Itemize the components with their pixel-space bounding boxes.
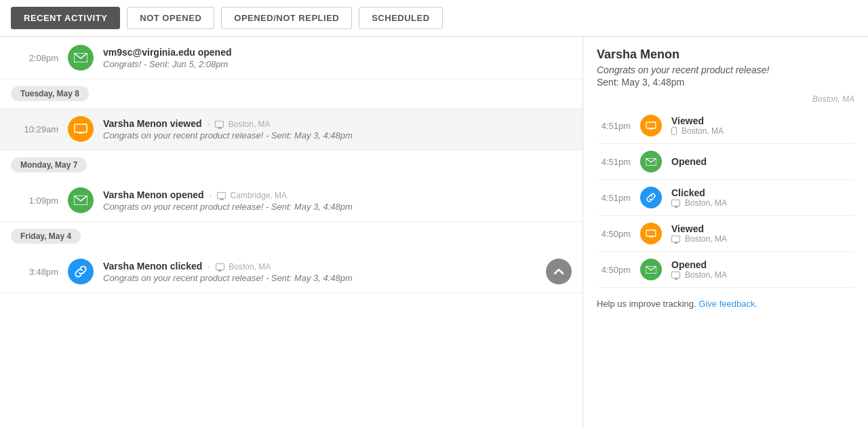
link-icon <box>68 259 94 284</box>
main-content: 2:08pm vm9sc@virginia.edu opened Congrat… <box>0 37 868 427</box>
detail-time: 4:50pm <box>597 265 631 275</box>
svg-rect-1 <box>75 124 87 132</box>
tab-recent-activity[interactable]: RECENT ACTIVITY <box>11 7 120 29</box>
activity-time: 10:29am <box>11 124 58 134</box>
activity-subtitle: Congrats! - Sent: Jun 5, 2:08pm <box>103 59 572 69</box>
envelope-icon <box>640 259 662 280</box>
activity-title: Varsha Menon opened · Cambridge, MA <box>103 189 572 200</box>
detail-location: Boston, MA <box>671 270 854 280</box>
detail-action: Opened <box>671 156 854 167</box>
activity-subtitle: Congrats on your recent product release!… <box>103 202 572 212</box>
activity-group-1: 2:08pm vm9sc@virginia.edu opened Congrat… <box>0 37 583 79</box>
activity-list: 2:08pm vm9sc@virginia.edu opened Congrat… <box>0 37 583 427</box>
tab-scheduled[interactable]: SCHEDULED <box>359 7 442 29</box>
location-text: Boston, MA <box>229 119 271 129</box>
svg-rect-5 <box>646 122 656 128</box>
feedback-bar: Help us improve tracking. Give feedback. <box>597 299 854 309</box>
activity-item: 1:09pm Varsha Menon opened · Cambridge, … <box>0 179 583 222</box>
monitor-icon <box>671 236 680 242</box>
feedback-text: Help us improve tracking. <box>597 299 696 309</box>
detail-time: 4:51pm <box>597 121 631 131</box>
contact-subject: Congrats on your recent product release! <box>597 64 854 75</box>
contact-name: Varsha Menon <box>597 48 854 62</box>
day-label-tuesday: Tuesday, May 8 <box>0 79 583 108</box>
activity-time: 2:08pm <box>11 53 58 63</box>
detail-item: 4:51pm Viewed Boston, MA <box>597 108 854 144</box>
activity-title: vm9sc@virginia.edu opened <box>103 47 572 58</box>
activity-subtitle: Congrats on your recent product release!… <box>103 130 572 141</box>
detail-location: Boston, MA <box>671 198 854 208</box>
view-icon <box>640 223 662 244</box>
detail-time: 4:51pm <box>597 193 631 203</box>
detail-action: Opened <box>671 259 854 270</box>
envelope-icon <box>68 187 94 213</box>
detail-location: Boston, MA <box>671 126 854 136</box>
detail-item: 4:51pm Opened <box>597 144 854 180</box>
detail-item: 4:50pm Viewed Boston, MA <box>597 216 854 252</box>
scroll-hint: Boston, MA <box>597 94 854 104</box>
svg-rect-8 <box>646 230 656 236</box>
view-icon <box>640 115 662 136</box>
day-label-friday: Friday, May 4 <box>0 222 583 250</box>
activity-time: 3:48pm <box>11 267 58 277</box>
detail-info: Opened Boston, MA <box>671 259 854 280</box>
envelope-icon <box>640 151 662 172</box>
monitor-icon <box>216 263 224 270</box>
detail-panel: Varsha Menon Congrats on your recent pro… <box>583 37 868 427</box>
activity-text: Varsha Menon opened · Cambridge, MA Cong… <box>103 189 572 212</box>
monitor-icon <box>217 192 226 199</box>
detail-info: Opened <box>671 156 854 167</box>
monitor-icon <box>671 200 680 206</box>
tab-not-opened[interactable]: NOT OPENED <box>127 7 214 29</box>
scroll-top-button[interactable] <box>546 259 572 284</box>
activity-text: vm9sc@virginia.edu opened Congrats! - Se… <box>103 47 572 69</box>
detail-time: 4:51pm <box>597 157 631 167</box>
activity-item: 2:08pm vm9sc@virginia.edu opened Congrat… <box>0 37 583 79</box>
activity-text: Varsha Menon viewed · Boston, MA Congrat… <box>103 118 572 141</box>
activity-group-4: Friday, May 4 3:48pm Varsha Menon clicke… <box>0 222 583 293</box>
detail-action: Viewed <box>671 223 854 234</box>
detail-item: 4:50pm Opened Boston, MA <box>597 252 854 288</box>
activity-group-3: Monday, May 7 1:09pm Varsha Menon opened… <box>0 151 583 222</box>
app-container: RECENT ACTIVITY NOT OPENED OPENED/NOT RE… <box>0 0 868 427</box>
contact-sent: Sent: May 3, 4:48pm <box>597 77 854 88</box>
detail-item: 4:51pm Clicked Boston, MA <box>597 180 854 216</box>
detail-info: Viewed Boston, MA <box>671 115 854 136</box>
detail-location: Boston, MA <box>671 234 854 244</box>
link-icon <box>640 187 662 208</box>
feedback-link[interactable]: Give feedback. <box>698 299 757 309</box>
location-text: Cambridge, MA <box>231 191 287 200</box>
envelope-icon <box>68 45 94 71</box>
tab-opened-not-replied[interactable]: OPENED/NOT REPLIED <box>221 7 352 29</box>
phone-icon <box>671 127 677 135</box>
activity-title: Varsha Menon viewed · Boston, MA <box>103 118 572 129</box>
detail-info: Clicked Boston, MA <box>671 187 854 208</box>
activity-subtitle: Congrats on your recent product release!… <box>103 273 536 283</box>
tab-bar: RECENT ACTIVITY NOT OPENED OPENED/NOT RE… <box>0 0 868 37</box>
detail-time: 4:50pm <box>597 229 631 239</box>
activity-time: 1:09pm <box>11 196 58 206</box>
monitor-icon <box>215 121 224 128</box>
detail-action: Viewed <box>671 115 854 126</box>
view-icon <box>68 116 94 142</box>
activity-text: Varsha Menon clicked · Boston, MA Congra… <box>103 261 536 283</box>
location-text: Boston, MA <box>229 262 271 272</box>
activity-item[interactable]: 10:29am Varsha Menon viewed · Boston, MA <box>0 108 583 151</box>
activity-title: Varsha Menon clicked · Boston, MA <box>103 261 536 272</box>
detail-info: Viewed Boston, MA <box>671 223 854 244</box>
activity-group-2: Tuesday, May 8 10:29am Varsha Menon view… <box>0 79 583 151</box>
monitor-icon <box>671 272 680 278</box>
detail-action: Clicked <box>671 187 854 198</box>
activity-item: 3:48pm Varsha Menon clicked · <box>0 250 583 293</box>
day-label-monday: Monday, May 7 <box>0 151 583 179</box>
